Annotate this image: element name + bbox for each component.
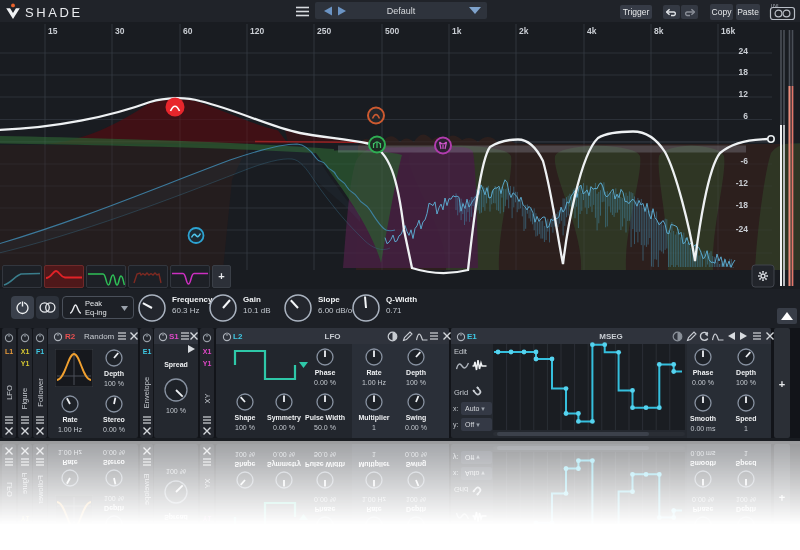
svg-text:-18: -18 bbox=[736, 200, 749, 210]
svg-text:12: 12 bbox=[739, 89, 749, 99]
svg-text:120: 120 bbox=[250, 26, 264, 36]
svg-text:-24: -24 bbox=[736, 224, 749, 234]
svg-text:16k: 16k bbox=[721, 26, 735, 36]
svg-text:-12: -12 bbox=[736, 178, 749, 188]
svg-text:6: 6 bbox=[743, 111, 748, 121]
svg-text:8k: 8k bbox=[654, 26, 664, 36]
svg-text:60: 60 bbox=[183, 26, 193, 36]
svg-text:30: 30 bbox=[115, 26, 125, 36]
svg-text:2k: 2k bbox=[519, 26, 529, 36]
svg-text:24: 24 bbox=[739, 46, 749, 56]
svg-text:1k: 1k bbox=[452, 26, 462, 36]
svg-text:500: 500 bbox=[385, 26, 399, 36]
svg-text:4k: 4k bbox=[587, 26, 597, 36]
svg-text:250: 250 bbox=[317, 26, 331, 36]
svg-text:18: 18 bbox=[739, 67, 749, 77]
svg-text:-6: -6 bbox=[740, 156, 748, 166]
svg-text:15: 15 bbox=[48, 26, 58, 36]
